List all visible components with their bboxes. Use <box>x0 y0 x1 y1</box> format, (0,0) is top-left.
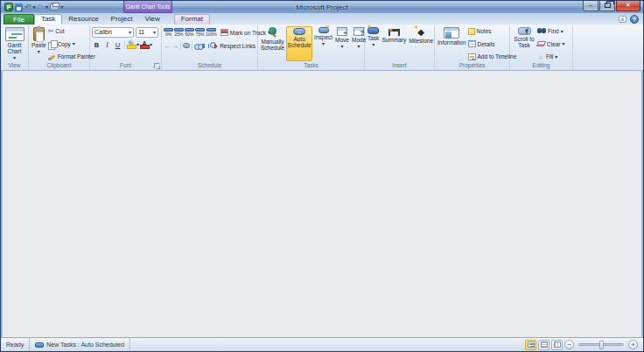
background-color-icon[interactable] <box>127 40 136 49</box>
gantt-chart-view-button[interactable] <box>525 340 536 350</box>
zoom-in-button[interactable]: + <box>628 340 638 349</box>
task-usage-view-button[interactable] <box>538 340 550 350</box>
gantt-workspace[interactable] <box>1 71 643 337</box>
tab-format[interactable]: Format <box>174 14 210 25</box>
respect-links-label: Respect Links <box>220 43 256 49</box>
dropdown-caret-icon <box>322 41 325 46</box>
percent-75-label: 75% <box>195 32 204 37</box>
status-ready: Ready <box>1 338 30 351</box>
minimize-ribbon-icon[interactable] <box>619 16 626 23</box>
zoom-out-button[interactable]: − <box>564 340 574 349</box>
split-task-icon[interactable] <box>202 44 209 48</box>
new-tasks-mode-button[interactable]: New Tasks : Auto Scheduled <box>30 338 130 351</box>
percent-0-button[interactable]: 0% <box>164 27 173 39</box>
help-icon[interactable] <box>630 15 639 24</box>
ribbon-group-tasks: Manually Schedule Auto Schedule Inspect … <box>258 25 365 70</box>
ribbon-group-clipboard: Paste ✂ Cut Copy Format Paint <box>29 25 90 70</box>
information-icon <box>444 27 459 39</box>
group-label-view: View <box>1 61 28 70</box>
mode-label: Mode <box>352 37 366 43</box>
percent-100-button[interactable]: 100% <box>206 27 217 39</box>
information-button[interactable]: Information <box>437 26 467 61</box>
zoom-slider-thumb[interactable] <box>599 341 604 349</box>
save-icon[interactable] <box>15 4 23 11</box>
pushpin-icon <box>268 27 277 38</box>
qat-customize-caret-icon[interactable] <box>60 4 63 10</box>
cut-button[interactable]: ✂ Cut <box>48 27 95 35</box>
dropdown-caret-icon[interactable] <box>150 42 152 47</box>
auto-schedule-button[interactable]: Auto Schedule <box>286 26 312 61</box>
find-button[interactable]: Find <box>537 27 565 35</box>
underline-button[interactable]: U <box>113 40 122 50</box>
italic-button[interactable]: I <box>102 40 112 50</box>
details-button[interactable]: Details <box>468 40 517 48</box>
contextual-tab-group-header[interactable]: Gantt Chart Tools <box>123 1 172 13</box>
move-button[interactable]: Move <box>334 26 350 61</box>
scroll-to-task-button[interactable]: Scroll to Task <box>512 26 536 61</box>
group-label-schedule: Schedule <box>162 61 257 70</box>
percent-75-button[interactable]: 75% <box>195 27 205 39</box>
percent-50-button[interactable]: 50% <box>185 27 194 39</box>
outdent-task-icon[interactable]: ← <box>164 42 171 50</box>
window-title: Microsoft Project <box>1 4 643 11</box>
new-task-mode-icon <box>35 342 44 348</box>
insert-milestone-button[interactable]: Milestone <box>408 26 434 61</box>
task-usage-view-icon <box>541 341 548 348</box>
print-icon[interactable] <box>50 4 59 11</box>
redo-icon[interactable]: ↷ <box>38 3 45 11</box>
copy-button[interactable]: Copy <box>48 40 95 48</box>
tab-task[interactable]: Task <box>34 14 62 25</box>
insert-summary-button[interactable]: Summary <box>381 26 407 61</box>
notes-label: Notes <box>477 28 492 34</box>
app-icon[interactable] <box>4 3 13 11</box>
gantt-chart-button[interactable]: Gantt Chart <box>3 26 26 61</box>
dropdown-caret-icon <box>341 44 344 49</box>
font-color-icon[interactable] <box>140 40 149 49</box>
window-controls: – ✕ <box>582 1 640 11</box>
manually-schedule-button[interactable]: Manually Schedule <box>260 26 285 61</box>
ribbon-group-properties: Information Notes Details Add to Timelin… <box>435 25 510 70</box>
inactivate-task-icon[interactable] <box>183 43 190 48</box>
ribbon-group-schedule: 0% 25% 50% 75% 100% Mark on Track ← → <box>162 25 258 70</box>
redo-caret-icon[interactable] <box>46 4 48 10</box>
undo-caret-icon[interactable] <box>33 4 36 10</box>
tab-file[interactable]: File <box>4 14 34 25</box>
close-button[interactable]: ✕ <box>616 1 640 11</box>
add-to-timeline-button[interactable]: Add to Timeline <box>468 53 517 60</box>
dropdown-caret-icon <box>129 30 131 35</box>
font-size-select[interactable]: 11 <box>136 27 158 38</box>
team-planner-view-button[interactable] <box>551 340 563 350</box>
font-dialog-launcher-icon[interactable] <box>154 63 159 68</box>
auto-schedule-label: Auto Schedule <box>288 36 312 48</box>
summary-icon <box>388 29 400 36</box>
tab-view[interactable]: View <box>139 14 166 25</box>
ribbon-group-font: Calibri 11 B I U <box>90 25 162 70</box>
inspect-button[interactable]: Inspect <box>313 26 333 61</box>
indent-task-icon[interactable]: → <box>172 42 178 50</box>
dropdown-caret-icon <box>563 41 565 46</box>
dropdown-caret-icon[interactable] <box>136 42 139 47</box>
bold-button[interactable]: B <box>92 40 102 50</box>
fill-button[interactable]: Fill <box>537 53 565 60</box>
ribbon-group-insert: Task Summary Milestone Insert <box>365 25 435 70</box>
clear-button[interactable]: Clear <box>537 40 565 48</box>
percent-25-button[interactable]: 25% <box>174 27 184 39</box>
format-painter-button[interactable]: Format Painter <box>48 53 95 60</box>
zoom-slider[interactable] <box>578 343 624 346</box>
respect-links-button[interactable]: Respect Links <box>210 42 256 50</box>
paste-button[interactable]: Paste <box>31 26 47 61</box>
group-label-properties: Properties <box>435 61 509 70</box>
restore-button[interactable] <box>599 1 615 11</box>
group-label-tasks: Tasks <box>258 61 364 70</box>
link-tasks-icon[interactable] <box>194 43 202 49</box>
font-name-select[interactable]: Calibri <box>92 27 134 38</box>
dropdown-caret-icon <box>561 29 564 34</box>
minimize-button[interactable]: – <box>583 1 598 11</box>
quick-access-toolbar: ↶ ↷ <box>1 3 63 11</box>
undo-icon[interactable]: ↶ <box>24 3 32 11</box>
tab-project[interactable]: Project <box>105 14 139 25</box>
notes-button[interactable]: Notes <box>468 27 517 35</box>
ribbon-tab-row: File Task Resource Project View Format <box>1 13 643 25</box>
tab-resource[interactable]: Resource <box>62 14 104 25</box>
insert-task-button[interactable]: Task <box>367 26 380 61</box>
